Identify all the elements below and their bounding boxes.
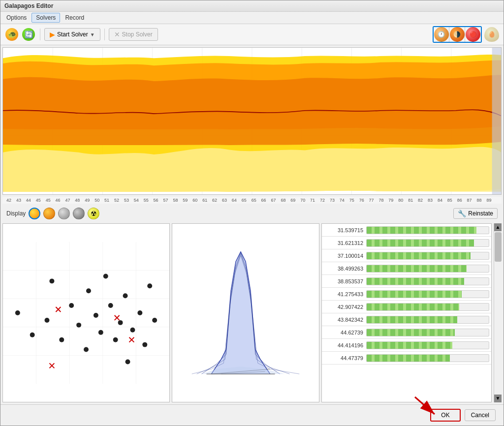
title-bar: Galapagos Editor — [0, 0, 504, 12]
svg-point-27 — [59, 337, 64, 342]
svg-point-24 — [30, 333, 35, 337]
x-label: 47 — [65, 198, 70, 203]
x-label: 50 — [94, 198, 99, 203]
table-row[interactable]: 37.100014 — [322, 249, 491, 262]
scatter-panel — [2, 223, 170, 402]
scroll-down[interactable]: ▼ — [494, 395, 502, 402]
table-row[interactable]: 44.414196 — [322, 339, 491, 352]
data-value: 41.275433 — [324, 291, 363, 297]
display-bar: Display ☢ 🔧 Reinstate — [2, 206, 502, 221]
scatter-svg — [3, 224, 169, 402]
progress-bar-container — [366, 329, 489, 336]
x-label: 71 — [310, 198, 315, 203]
data-value: 44.414196 — [324, 342, 363, 348]
menu-solvers[interactable]: Solvers — [32, 13, 60, 23]
reinstate-icon: 🔧 — [458, 210, 466, 217]
progress-bar-container — [366, 290, 489, 298]
x-label: 49 — [85, 198, 90, 203]
x-label: 75 — [349, 198, 354, 203]
stop-solver-label: Stop Solver — [122, 31, 153, 38]
arrow-svg — [410, 395, 449, 419]
data-value: 43.842342 — [324, 317, 363, 323]
svg-point-40 — [130, 328, 135, 333]
progress-bar-container — [366, 341, 489, 349]
fitness-chart — [2, 47, 502, 195]
x-label: 76 — [359, 198, 364, 203]
scrollbar[interactable]: ▲ ▼ — [494, 223, 502, 402]
right-orb-group: 🕐 🌗 🔴 — [433, 26, 482, 43]
display-orb-2[interactable] — [43, 208, 55, 219]
svg-point-25 — [45, 318, 50, 323]
main-window: Galapagos Editor Options Solvers Record … — [0, 0, 504, 426]
x-label: 45 — [46, 198, 51, 203]
x-label: 48 — [75, 198, 80, 203]
display-orb-1[interactable] — [29, 208, 40, 219]
x-label: 77 — [369, 198, 374, 203]
table-row[interactable]: 41.275433 — [322, 288, 491, 301]
progress-bar-fill — [367, 355, 450, 362]
x-label: 45 — [36, 198, 41, 203]
display-orb-3[interactable] — [58, 208, 70, 219]
play-icon: ▶ — [50, 30, 55, 38]
orb-btn-half[interactable]: 🌗 — [449, 27, 465, 42]
data-value: 31.539715 — [324, 227, 363, 233]
table-row[interactable]: 31.621312 — [322, 237, 491, 249]
svg-point-26 — [49, 278, 54, 283]
scroll-up[interactable]: ▲ — [494, 223, 502, 231]
menu-record[interactable]: Record — [61, 13, 88, 22]
data-panel: 31.53971531.62131237.10001438.49926338.8… — [321, 223, 492, 402]
x-label: 85 — [447, 198, 452, 203]
orb-egg-icon: 🥚 — [484, 27, 499, 42]
x-label: 89 — [486, 198, 491, 203]
svg-point-28 — [69, 303, 74, 308]
bottom-panels: 31.53971531.62131237.10001438.49926338.8… — [2, 223, 502, 402]
cancel-button[interactable]: Cancel — [465, 409, 496, 421]
x-label: 78 — [378, 198, 383, 203]
data-value: 44.62739 — [324, 330, 363, 335]
orb-btn-clock[interactable]: 🕐 — [434, 27, 449, 42]
x-label: 88 — [477, 198, 482, 203]
table-row[interactable]: 38.499263 — [322, 262, 491, 275]
data-list: 31.53971531.62131237.10001438.49926338.8… — [322, 224, 491, 402]
table-row[interactable]: 44.62739 — [322, 326, 491, 339]
svg-point-41 — [137, 310, 142, 315]
reinstate-button[interactable]: 🔧 Reinstate — [453, 208, 498, 219]
stop-solver-button[interactable]: ✕ Stop Solver — [109, 28, 158, 41]
svg-point-33 — [98, 330, 103, 335]
x-label: 42 — [6, 198, 11, 203]
tool-btn-1[interactable]: 🐢 — [4, 27, 19, 42]
x-label: 82 — [418, 198, 423, 203]
scrollbar-thumb[interactable] — [495, 232, 502, 262]
orb-btn-egg[interactable]: 🥚 — [484, 27, 500, 42]
x-label: 57 — [163, 198, 168, 203]
display-orb-4[interactable] — [73, 208, 85, 219]
x-label: 56 — [154, 198, 158, 203]
progress-bar-container — [366, 239, 489, 247]
menu-options[interactable]: Options — [2, 13, 31, 22]
display-label: Display — [6, 210, 26, 217]
progress-bar-fill — [367, 316, 457, 323]
x-label: 69 — [290, 198, 295, 203]
svg-point-37 — [118, 320, 123, 325]
line-chart-svg — [172, 224, 319, 402]
start-solver-button[interactable]: ▶ Start Solver ▼ — [44, 28, 100, 41]
svg-point-29 — [76, 323, 81, 328]
table-row[interactable]: 42.907422 — [322, 301, 491, 313]
tool-btn-2[interactable]: 🔄 — [21, 27, 36, 42]
progress-bar-fill — [367, 240, 474, 246]
data-value: 38.499263 — [324, 266, 363, 272]
display-orb-nuclear[interactable]: ☢ — [88, 208, 99, 219]
progress-bar-container — [366, 316, 489, 324]
x-label: 62 — [212, 198, 217, 203]
orb-btn-red[interactable]: 🔴 — [465, 27, 481, 42]
x-label: 74 — [340, 198, 345, 203]
svg-point-44 — [152, 318, 157, 323]
table-row[interactable]: 31.539715 — [322, 224, 491, 237]
table-row[interactable]: 38.853537 — [322, 275, 491, 288]
main-content: 42 43 44 45 45 46 47 48 49 50 51 52 53 5… — [0, 45, 504, 404]
x-label: 65 — [242, 198, 247, 203]
table-row[interactable]: 43.842342 — [322, 313, 491, 326]
progress-bar-fill — [367, 252, 471, 259]
table-row[interactable]: 44.47379 — [322, 352, 491, 365]
progress-bar-fill — [367, 329, 455, 336]
